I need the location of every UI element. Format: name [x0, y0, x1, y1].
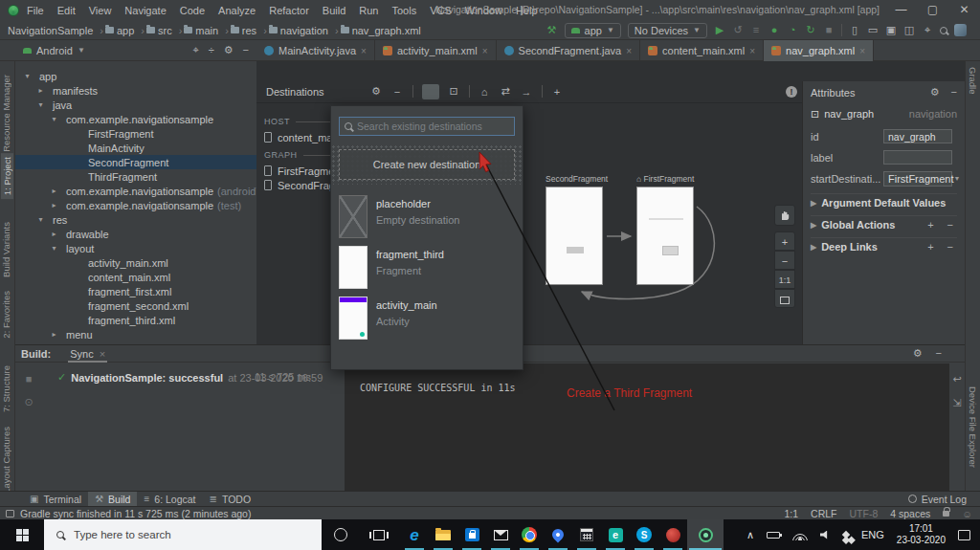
collapse-all-icon[interactable]: ÷ — [209, 44, 214, 56]
separator[interactable] — [542, 85, 543, 98]
tree-item[interactable]: ▾ java — [15, 98, 256, 112]
search-everywhere-icon[interactable] — [940, 27, 947, 34]
expand-arrow-icon[interactable]: ▾ — [50, 115, 58, 123]
tree-item[interactable]: ThirdFragment — [15, 169, 256, 184]
tree-item[interactable]: ▸ drawable — [15, 227, 256, 241]
run-configurations-icon[interactable]: ≡ — [750, 24, 762, 36]
fragment-preview[interactable] — [546, 187, 603, 285]
nested-graph-icon[interactable]: ⊡ — [448, 84, 460, 99]
taskbar-calendar[interactable] — [572, 519, 601, 550]
warning-icon[interactable]: ! — [786, 86, 797, 98]
expand-arrow-icon[interactable]: ▸ — [50, 201, 58, 209]
expand-arrow-icon[interactable]: ▾ — [50, 244, 58, 253]
settings-icon[interactable]: ⚙ — [913, 347, 923, 360]
breadcrumb-item[interactable]: nav_graph.xml — [341, 25, 421, 36]
tree-item[interactable]: ▸ manifests — [15, 83, 256, 98]
create-new-destination-button[interactable]: Create new destination — [339, 149, 515, 180]
action-center-icon[interactable] — [958, 530, 970, 540]
pin-icon[interactable]: ⊙ — [24, 396, 33, 408]
close-icon[interactable] — [859, 46, 865, 56]
start-button[interactable] — [0, 519, 44, 550]
destination-list-item[interactable]: placeholder Empty destination — [331, 190, 523, 241]
action-icon[interactable]: → — [521, 84, 533, 99]
menu-item[interactable]: Edit — [57, 5, 76, 16]
encoding-indicator[interactable]: UTF-8 — [849, 508, 878, 519]
breadcrumb-item[interactable]: app — [105, 25, 145, 36]
attributes-section[interactable]: ▶ Global Actions + − — [811, 215, 957, 233]
run-configuration-dropdown[interactable]: app ▼ — [565, 23, 621, 38]
search-icon[interactable] — [349, 84, 362, 99]
label-field[interactable] — [883, 150, 952, 165]
zoom-out-button[interactable]: − — [774, 251, 795, 270]
assign-start-icon[interactable]: ⌂ — [479, 84, 491, 99]
volume-icon[interactable] — [820, 531, 831, 539]
expand-arrow-icon[interactable]: ▾ — [23, 72, 32, 80]
editor-tab[interactable]: activity_main.xml — [375, 40, 497, 61]
menu-item[interactable]: Navigate — [124, 5, 166, 16]
stop-icon[interactable]: ■ — [823, 24, 835, 36]
caret-position[interactable]: 1:1 — [784, 508, 798, 519]
pan-hand-icon[interactable] — [774, 205, 795, 226]
id-field[interactable] — [883, 129, 952, 143]
destination-list-item[interactable]: activity_main Activity — [331, 292, 523, 342]
task-view-button[interactable] — [360, 519, 398, 550]
start-destination-dropdown[interactable]: FirstFragment ▼ — [883, 171, 952, 187]
debug-icon[interactable]: ● — [768, 24, 780, 36]
structure-tool-button[interactable]: 7: Structure — [1, 365, 11, 412]
tree-item[interactable]: ▸ menu — [15, 327, 256, 341]
tree-item[interactable]: ▾ com.example.navigationsample — [15, 112, 256, 126]
event-log-button[interactable]: Event Log — [908, 494, 967, 505]
breadcrumb-item[interactable]: NavigationSample — [8, 25, 103, 36]
breadcrumb-item[interactable]: main — [184, 25, 229, 36]
tree-item[interactable]: activity_main.xml — [15, 255, 256, 270]
layout-captures-tool-button[interactable]: Layout Captures — [1, 427, 11, 494]
avd-manager-icon[interactable]: ◫ — [903, 24, 915, 36]
lock-icon[interactable] — [943, 511, 949, 517]
resource-manager-tool-button[interactable]: Resource Manager — [1, 75, 11, 152]
build-variants-tool-button[interactable]: Build Variants — [1, 222, 11, 277]
attributes-section[interactable]: ▶ Argument Default Values + − — [811, 193, 957, 211]
destination-list-item[interactable]: fragment_third Fragment — [331, 241, 523, 292]
zoom-level-button[interactable]: 1:1 — [774, 270, 795, 289]
settings-icon[interactable]: ⚙ — [930, 86, 940, 99]
fragment-card[interactable]: SecondFragment — [546, 174, 605, 285]
hidden-icons-chevron[interactable]: ∧ — [746, 529, 754, 541]
hide-panel-icon[interactable]: − — [243, 44, 249, 56]
taskbar-eclipse[interactable]: e — [601, 519, 630, 550]
add-icon[interactable]: + — [927, 241, 933, 253]
taskbar-mail[interactable] — [486, 519, 515, 550]
expand-arrow-icon[interactable]: ▾ — [36, 215, 45, 224]
destination-search-field[interactable] — [339, 117, 515, 136]
menu-item[interactable]: Code — [180, 5, 205, 16]
tree-item[interactable]: FirstFragment — [15, 126, 256, 141]
soft-wrap-icon[interactable]: ↩ — [952, 373, 961, 385]
profile-icon[interactable]: ◔ — [787, 24, 798, 36]
scroll-to-end-icon[interactable]: ⇲ — [952, 397, 961, 409]
tree-item[interactable]: ▸ com.example.navigationsample (test) — [15, 198, 256, 212]
favorites-tool-button[interactable]: 2: Favorites — [1, 291, 11, 339]
search-input[interactable] — [357, 121, 509, 132]
breadcrumb-item[interactable]: src — [146, 25, 182, 36]
tree-item[interactable]: MainActivity — [15, 141, 256, 155]
close-icon[interactable] — [361, 46, 367, 56]
new-destination-icon[interactable] — [422, 84, 439, 99]
tree-item[interactable]: fragment_third.xml — [15, 313, 256, 327]
attributes-section[interactable]: ▶ Deep Links + − — [811, 237, 957, 255]
line-ending-indicator[interactable]: CRLF — [811, 508, 836, 519]
taskbar-file-explorer[interactable] — [429, 519, 457, 550]
stop-icon[interactable]: ■ — [26, 373, 33, 385]
device-file-explorer-tool-button[interactable]: Device File Explorer — [968, 386, 978, 468]
tree-item[interactable]: fragment_second.xml — [15, 298, 256, 313]
taskbar-search-input[interactable] — [74, 529, 284, 540]
fragment-card[interactable]: ⌂ FirstFragment — [636, 174, 696, 285]
close-icon[interactable] — [482, 46, 488, 56]
menu-item[interactable]: Tools — [391, 5, 416, 16]
emulator-icon[interactable]: ▭ — [867, 24, 879, 36]
taskbar-search-box[interactable] — [44, 519, 322, 550]
auto-arrange-icon[interactable]: + — [551, 84, 564, 99]
minimize-button[interactable]: — — [885, 0, 917, 21]
battery-icon[interactable] — [767, 532, 780, 539]
editor-tab[interactable]: SecondFragment.java — [497, 40, 640, 61]
taskbar-app-red[interactable] — [658, 519, 687, 550]
menu-item[interactable]: Analyze — [218, 5, 256, 16]
